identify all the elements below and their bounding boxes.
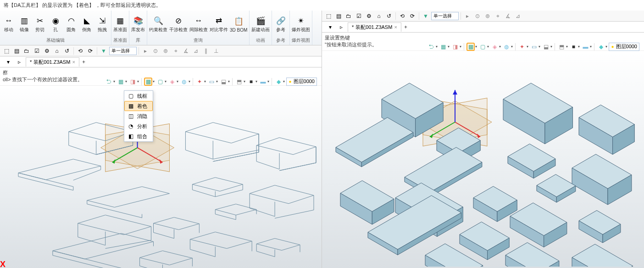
dropdown-arrow-icon[interactable]: ▾ [244, 79, 245, 84]
tbar-rect-icon[interactable]: ▭ [530, 43, 538, 51]
qb-icon[interactable]: ↺ [384, 11, 394, 21]
filter-icon[interactable]: ▼ [421, 11, 430, 21]
menu-item-hidden[interactable]: ◫消隐 [124, 111, 153, 121]
ribbon-mirror-button[interactable]: ▥镜像 [17, 15, 31, 33]
dropdown-arrow-icon[interactable]: ▾ [566, 45, 568, 49]
tbar-col1-icon[interactable]: ■ [569, 43, 577, 51]
tbar-display-icon[interactable]: ▩ [466, 43, 475, 51]
ribbon-fillet-button[interactable]: ◠圆角 [64, 15, 78, 33]
menu-item-wire[interactable]: ▢线框 [124, 91, 153, 101]
qb-icon[interactable]: ∡ [503, 11, 512, 21]
ribbon-datum-button[interactable]: ▦基准面 [113, 15, 127, 33]
dropdown-arrow-icon[interactable]: ▾ [511, 45, 513, 49]
document-tab[interactable]: * 装配001.Z3ASM × [26, 57, 79, 67]
dropdown-arrow-icon[interactable]: ▾ [436, 45, 438, 49]
tab-nav-icon[interactable]: ▹ [337, 22, 346, 32]
qb-icon[interactable]: ▤ [12, 46, 21, 56]
tbar-faces-icon[interactable]: ◈ [490, 43, 499, 51]
layer-selector[interactable]: ●图层0000 [286, 78, 317, 86]
tbar-globe-icon[interactable]: ◍ [502, 43, 511, 51]
ribbon-gap-button[interactable]: ↔间隙检查 [189, 15, 208, 33]
dropdown-arrow-icon[interactable]: ▾ [255, 79, 257, 84]
dropdown-arrow-icon[interactable]: ▾ [487, 45, 489, 49]
tbar-display-icon[interactable]: ▩ [144, 78, 152, 86]
qb-icon[interactable]: ⊙ [473, 11, 482, 21]
qb-icon[interactable]: 🗀 [22, 46, 31, 56]
qb-icon[interactable]: ⌂ [374, 11, 383, 21]
dropdown-arrow-icon[interactable]: ▾ [228, 79, 230, 84]
tbar-cube-icon[interactable]: ▦ [439, 43, 447, 51]
qb-icon[interactable]: 🗀 [344, 11, 353, 21]
tbar-teal-icon[interactable]: ◆ [274, 78, 283, 86]
ribbon-explode-button[interactable]: ✴爆炸视图 [292, 15, 310, 33]
tbar-eraser-icon[interactable]: ◨ [128, 78, 137, 86]
tbar-view2-icon[interactable]: ⬒ [235, 78, 243, 86]
dropdown-arrow-icon[interactable]: ▾ [165, 79, 167, 84]
dropdown-arrow-icon[interactable]: ▾ [125, 79, 127, 84]
qb-icon[interactable]: ☑ [354, 11, 363, 21]
qb-icon[interactable]: ⌂ [52, 46, 61, 56]
tbar-globe-icon[interactable]: ◍ [180, 78, 188, 86]
qb-icon[interactable]: ⊥ [211, 46, 221, 56]
tbar-col2-icon[interactable]: ▬ [581, 43, 589, 51]
dropdown-arrow-icon[interactable]: ▾ [283, 79, 285, 84]
close-icon[interactable]: × [72, 59, 75, 65]
dropdown-arrow-icon[interactable]: ▾ [189, 79, 190, 84]
qb-icon[interactable]: ⟳ [408, 11, 417, 21]
dropdown-arrow-icon[interactable]: ▾ [539, 45, 540, 49]
qb-icon[interactable]: ▸ [141, 46, 150, 56]
qb-icon[interactable]: ⊚ [483, 11, 492, 21]
dropdown-arrow-icon[interactable]: ▾ [216, 79, 218, 84]
menu-item-combo[interactable]: ◧组合 [124, 131, 153, 141]
qb-icon[interactable]: ⚙ [364, 11, 373, 21]
ribbon-libpub-button[interactable]: 📚库发布 [131, 15, 145, 33]
menu-item-analyze[interactable]: ◔分析 [124, 121, 153, 131]
tbar-view1-icon[interactable]: ⬓ [219, 78, 228, 86]
tbar-wire-icon[interactable]: ▢ [478, 43, 487, 51]
tab-menu-icon[interactable]: ▾ [4, 57, 13, 67]
qb-icon[interactable]: ⊿ [513, 11, 522, 21]
new-tab-icon[interactable]: ＋ [403, 23, 408, 30]
filter-icon[interactable]: ▼ [99, 46, 108, 56]
document-tab[interactable]: * 装配001.Z3ASM × [348, 22, 401, 32]
tbar-faces-icon[interactable]: ◈ [168, 78, 176, 86]
viewport-left[interactable]: X [0, 86, 322, 268]
ribbon-cut-button[interactable]: ✂剪切 [33, 15, 47, 33]
qb-icon[interactable]: ⌖ [493, 11, 502, 21]
qb-icon[interactable]: ∡ [181, 46, 190, 56]
qb-icon[interactable]: ⬚ [324, 11, 333, 21]
dropdown-arrow-icon[interactable]: ▾ [499, 45, 501, 49]
dropdown-arrow-icon[interactable]: ▾ [204, 79, 206, 84]
qb-icon[interactable]: ⬚ [2, 46, 11, 56]
tbar-wire-icon[interactable]: ▢ [156, 78, 164, 86]
close-icon[interactable]: × [394, 24, 397, 30]
dropdown-arrow-icon[interactable]: ▾ [177, 79, 178, 84]
dropdown-arrow-icon[interactable]: ▾ [448, 45, 450, 49]
dropdown-arrow-icon[interactable]: ▾ [578, 45, 580, 49]
ribbon-cmp-button[interactable]: ⇄对比零件 [210, 15, 228, 33]
ribbon-move-button[interactable]: ↔移动 [2, 15, 16, 33]
tbar-axis-icon[interactable]: ✦ [195, 78, 204, 86]
select-mode-dropdown[interactable]: 单一选择 [109, 47, 137, 55]
qb-icon[interactable]: ⟳ [86, 46, 95, 56]
tab-menu-icon[interactable]: ▾ [326, 22, 335, 32]
tbar-eraser-icon[interactable]: ◨ [451, 43, 459, 51]
tbar-col1-icon[interactable]: ■ [247, 78, 255, 86]
qb-icon[interactable]: ∥ [201, 46, 211, 56]
tbar-view1-icon[interactable]: ⬓ [542, 43, 550, 51]
qb-icon[interactable]: ⊚ [161, 46, 170, 56]
tbar-view2-icon[interactable]: ⬒ [557, 43, 566, 51]
dropdown-arrow-icon[interactable]: ▾ [475, 45, 477, 49]
tab-nav-icon[interactable]: ▹ [15, 57, 24, 67]
qb-icon[interactable]: ⟲ [76, 46, 85, 56]
ribbon-bom-button[interactable]: 📋3D BOM [230, 16, 247, 33]
dropdown-arrow-icon[interactable]: ▾ [605, 45, 607, 49]
dropdown-arrow-icon[interactable]: ▾ [137, 79, 139, 84]
dropdown-arrow-icon[interactable]: ▾ [527, 45, 528, 49]
dropdown-arrow-icon[interactable]: ▾ [460, 45, 461, 49]
qb-icon[interactable]: ☑ [32, 46, 41, 56]
ribbon-interf-button[interactable]: ⊘干涉检查 [169, 15, 188, 33]
tbar-axis-icon[interactable]: ✦ [518, 43, 526, 51]
dropdown-arrow-icon[interactable]: ▾ [153, 79, 155, 84]
select-mode-dropdown[interactable]: 单一选择 [431, 12, 459, 20]
